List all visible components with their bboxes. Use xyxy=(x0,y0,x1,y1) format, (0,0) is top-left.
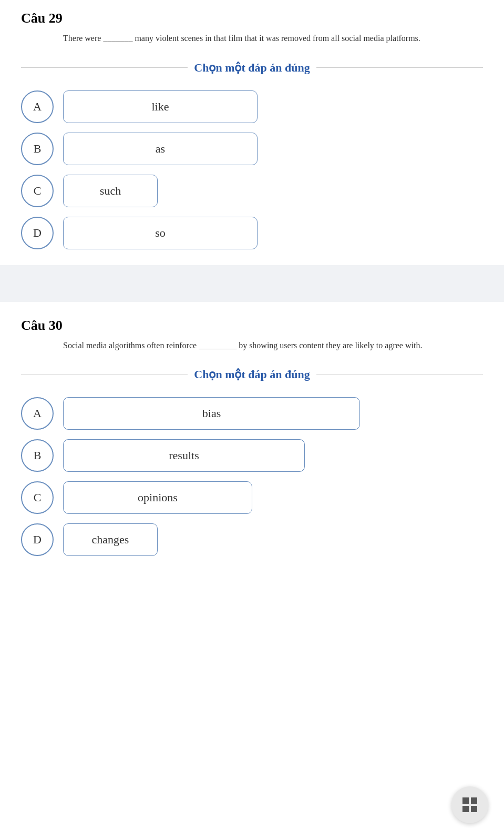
question-30: Câu 30 Social media algorithms often rei… xyxy=(21,318,483,557)
q30-circle-d: D xyxy=(21,523,54,556)
q30-option-a[interactable]: A bias xyxy=(21,397,483,430)
q29-box-d[interactable]: so xyxy=(63,217,258,249)
q29-option-d[interactable]: D so xyxy=(21,217,483,249)
q30-box-d[interactable]: changes xyxy=(63,523,158,556)
q30-option-d[interactable]: D changes xyxy=(21,523,483,556)
q29-text: There were _______ many violent scenes i… xyxy=(63,32,483,45)
q29-circle-b: B xyxy=(21,133,54,165)
q30-box-c[interactable]: opinions xyxy=(63,481,252,514)
question-29: Câu 29 There were _______ many violent s… xyxy=(21,11,483,249)
q30-option-c[interactable]: C opinions xyxy=(21,481,483,514)
grid-menu-button[interactable] xyxy=(451,786,488,823)
q30-circle-a: A xyxy=(21,397,54,430)
q30-circle-c: C xyxy=(21,481,54,514)
q29-circle-a: A xyxy=(21,90,54,123)
q29-title: Câu 29 xyxy=(21,11,483,26)
q29-circle-c: C xyxy=(21,175,54,207)
q29-option-b[interactable]: B as xyxy=(21,133,483,165)
q30-box-a[interactable]: bias xyxy=(63,397,360,430)
grid-icon xyxy=(462,797,477,812)
q29-options: A like B as C such D so xyxy=(21,90,483,249)
q29-box-b[interactable]: as xyxy=(63,133,258,165)
q29-option-a[interactable]: A like xyxy=(21,90,483,123)
q30-circle-b: B xyxy=(21,439,54,472)
q30-box-b[interactable]: results xyxy=(63,439,305,472)
q30-title: Câu 30 xyxy=(21,318,483,333)
q29-box-c[interactable]: such xyxy=(63,175,158,207)
q30-text: Social media algorithms often reinforce … xyxy=(63,339,483,352)
page-container: Câu 29 There were _______ many violent s… xyxy=(0,0,504,582)
q30-section-header: Chọn một đáp án đúng xyxy=(21,368,483,381)
q29-option-c[interactable]: C such xyxy=(21,175,483,207)
q30-options: A bias B results C opinions D changes xyxy=(21,397,483,556)
q30-option-b[interactable]: B results xyxy=(21,439,483,472)
q29-circle-d: D xyxy=(21,217,54,249)
q29-box-a[interactable]: like xyxy=(63,90,258,123)
q30-section-label: Chọn một đáp án đúng xyxy=(194,368,310,381)
q29-section-label: Chọn một đáp án đúng xyxy=(194,61,310,75)
q29-section-header: Chọn một đáp án đúng xyxy=(21,61,483,75)
separator xyxy=(0,265,504,302)
